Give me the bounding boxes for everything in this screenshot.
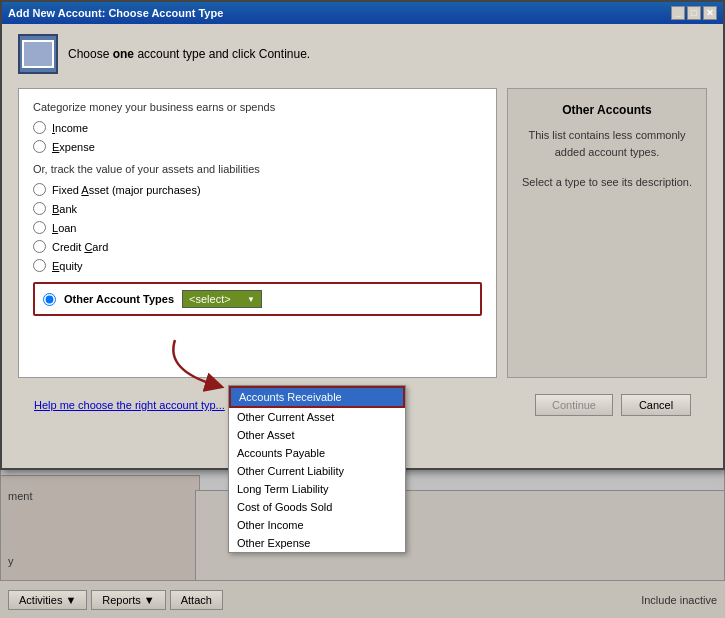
radio-group-2: Fixed Asset (major purchases) Bank Loan … xyxy=(33,183,482,272)
toolbar: Activities ▼ Reports ▼ Attach Include in… xyxy=(0,580,725,618)
radio-loan[interactable]: Loan xyxy=(33,221,482,234)
main-area: Categorize money your business earns or … xyxy=(18,88,707,378)
radio-expense[interactable]: Expense xyxy=(33,140,482,153)
maximize-button[interactable]: □ xyxy=(687,6,701,20)
radio-group-1: Income Expense xyxy=(33,121,482,153)
dropdown-item-other-current-asset[interactable]: Other Current Asset xyxy=(229,408,405,426)
title-bar-buttons: _ □ ✕ xyxy=(671,6,717,20)
dropdown-item-other-expense[interactable]: Other Expense xyxy=(229,534,405,552)
dropdown-item-long-term-liability[interactable]: Long Term Liability xyxy=(229,480,405,498)
title-bar: Add New Account: Choose Account Type _ □… xyxy=(2,2,723,24)
radio-income[interactable]: Income xyxy=(33,121,482,134)
radio-other-types[interactable] xyxy=(43,293,56,306)
activities-label: Activities xyxy=(19,594,62,606)
header-icon xyxy=(18,34,58,74)
help-link[interactable]: Help me choose the right account typ... xyxy=(34,399,225,411)
activities-arrow: ▼ xyxy=(65,594,76,606)
header-instruction: Choose one account type and click Contin… xyxy=(68,47,310,61)
dialog-header: Choose one account type and click Contin… xyxy=(18,34,707,74)
dropdown-arrow: ▼ xyxy=(247,295,255,304)
dropdown-item-other-current-liability[interactable]: Other Current Liability xyxy=(229,462,405,480)
bg-label-2: y xyxy=(8,555,14,567)
dialog-body: Choose one account type and click Contin… xyxy=(2,24,723,434)
attach-label: Attach xyxy=(181,594,212,606)
bottom-buttons: Continue Cancel xyxy=(535,394,691,416)
right-panel-text2: Select a type to see its description. xyxy=(522,174,692,191)
reports-label: Reports xyxy=(102,594,141,606)
dropdown-item-accounts-receivable[interactable]: Accounts Receivable xyxy=(229,386,405,408)
activities-button[interactable]: Activities ▼ xyxy=(8,590,87,610)
cancel-button[interactable]: Cancel xyxy=(621,394,691,416)
select-dropdown-trigger[interactable]: <select> ▼ xyxy=(182,290,262,308)
section-label-2: Or, track the value of your assets and l… xyxy=(33,163,482,175)
dropdown-item-other-asset[interactable]: Other Asset xyxy=(229,426,405,444)
reports-button[interactable]: Reports ▼ xyxy=(91,590,165,610)
include-inactive: Include inactive xyxy=(641,594,717,606)
right-panel-text1: This list contains less commonly added a… xyxy=(522,127,692,160)
other-account-types-row: Other Account Types <select> ▼ xyxy=(33,282,482,316)
radio-fixed-asset[interactable]: Fixed Asset (major purchases) xyxy=(33,183,482,196)
section-label-1: Categorize money your business earns or … xyxy=(33,101,482,113)
minimize-button[interactable]: _ xyxy=(671,6,685,20)
dropdown-menu: Accounts Receivable Other Current Asset … xyxy=(228,385,406,553)
right-panel-title: Other Accounts xyxy=(522,103,692,117)
dialog-title: Add New Account: Choose Account Type xyxy=(8,7,223,19)
left-panel: Categorize money your business earns or … xyxy=(18,88,497,378)
continue-button[interactable]: Continue xyxy=(535,394,613,416)
dropdown-item-accounts-payable[interactable]: Accounts Payable xyxy=(229,444,405,462)
reports-arrow: ▼ xyxy=(144,594,155,606)
right-panel: Other Accounts This list contains less c… xyxy=(507,88,707,378)
radio-bank[interactable]: Bank xyxy=(33,202,482,215)
attach-button[interactable]: Attach xyxy=(170,590,223,610)
bg-label-1: ment xyxy=(8,490,32,502)
dropdown-item-other-income[interactable]: Other Income xyxy=(229,516,405,534)
radio-equity[interactable]: Equity xyxy=(33,259,482,272)
select-label: <select> xyxy=(189,293,231,305)
dropdown-item-cost-of-goods-sold[interactable]: Cost of Goods Sold xyxy=(229,498,405,516)
close-button[interactable]: ✕ xyxy=(703,6,717,20)
other-account-types-label: Other Account Types xyxy=(64,293,174,305)
radio-credit-card[interactable]: Credit Card xyxy=(33,240,482,253)
